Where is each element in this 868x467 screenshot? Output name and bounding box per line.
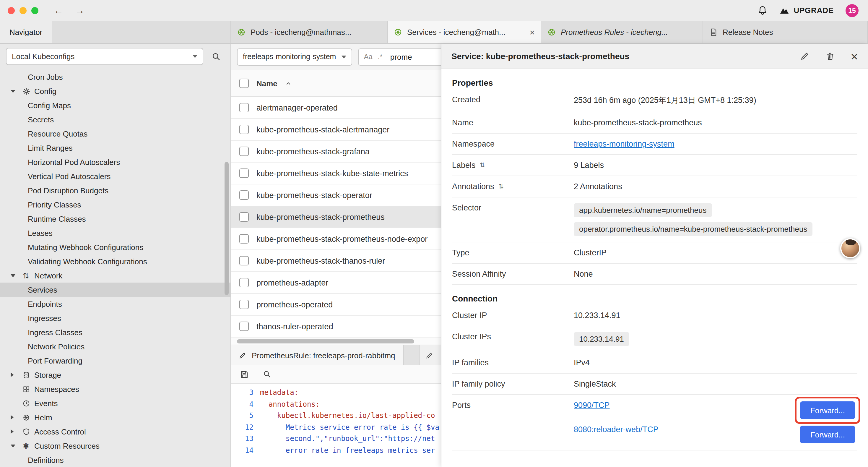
avatar[interactable] <box>840 238 860 258</box>
sidebar-item-access-control[interactable]: Access Control <box>0 425 230 439</box>
table-row[interactable]: thanos-ruler-operated <box>231 316 441 338</box>
sidebar-item-network[interactable]: ⇅ Network <box>0 268 230 283</box>
trash-icon[interactable] <box>825 52 835 61</box>
yaml-editor[interactable]: 3metadata: 4 annotations: 5 kubectl.kube… <box>231 384 441 467</box>
chevron-up-icon[interactable] <box>285 80 292 87</box>
forward-button[interactable]: Forward... <box>800 426 855 443</box>
sidebar-item-runtime-classes[interactable]: Runtime Classes <box>0 212 230 226</box>
table-header: Name <box>231 70 441 97</box>
upgrade-button[interactable]: UPGRADE <box>779 5 834 16</box>
tab-bar: Navigator Pods - icecheng@mathmas... Ser… <box>0 21 868 44</box>
sidebar-scrollbar[interactable] <box>224 162 229 295</box>
sidebar-item-leases[interactable]: Leases <box>0 226 230 240</box>
sidebar-item-resource-quotas[interactable]: Resource Quotas <box>0 126 230 141</box>
sidebar-item-horizontal-pod-autoscalers[interactable]: Horizontal Pod Autoscalers <box>0 155 230 169</box>
sidebar-item-secrets[interactable]: Secrets <box>0 112 230 126</box>
table-row-selected[interactable]: kube-prometheus-stack-prometheus <box>231 206 441 228</box>
namespace-link[interactable]: freeleaps-monitoring-system <box>574 140 675 148</box>
sidebar-item-vertical-pod-autoscalers[interactable]: Vertical Pod Autoscalers <box>0 169 230 183</box>
sidebar-item-endpoints[interactable]: Endpoints <box>0 297 230 311</box>
sidebar-item-mutating-webhook-configurations[interactable]: Mutating Webhook Configurations <box>0 240 230 254</box>
sidebar-item-priority-classes[interactable]: Priority Classes <box>0 198 230 212</box>
sidebar-item-events[interactable]: Events <box>0 396 230 410</box>
tab-release-notes[interactable]: Release Notes <box>703 21 868 43</box>
search-icon[interactable] <box>208 52 224 61</box>
sidebar-item-custom-resources[interactable]: ✱ Custom Resources <box>0 439 230 453</box>
sidebar-item-definitions[interactable]: Definitions <box>0 453 230 467</box>
pencil-icon[interactable] <box>800 52 809 61</box>
close-icon[interactable]: × <box>850 50 858 62</box>
table-row[interactable]: kube-prometheus-stack-operator <box>231 184 441 206</box>
maximize-window-button[interactable] <box>31 7 38 14</box>
sidebar-item-validating-webhook-configurations[interactable]: Validating Webhook Configurations <box>0 254 230 268</box>
back-arrow-icon[interactable]: ← <box>54 6 63 15</box>
select-all-checkbox[interactable] <box>239 79 249 88</box>
notification-badge[interactable]: 15 <box>845 4 859 17</box>
table-row[interactable]: kube-prometheus-stack-kube-state-metrics <box>231 163 441 184</box>
row-checkbox[interactable] <box>239 169 249 178</box>
kubernetes-wheel-icon <box>547 28 556 37</box>
expand-toggle-icon[interactable]: ⇅ <box>480 162 485 169</box>
row-checkbox[interactable] <box>239 256 249 265</box>
search-input[interactable]: Aa .* prome <box>358 48 441 65</box>
sidebar-item-namespaces[interactable]: Namespaces <box>0 382 230 396</box>
row-checkbox[interactable] <box>239 278 249 287</box>
row-checkbox[interactable] <box>239 125 249 134</box>
tab-pods[interactable]: Pods - icecheng@mathmas... <box>231 21 388 43</box>
match-case-toggle[interactable]: Aa <box>364 53 372 61</box>
scrollbar-thumb[interactable] <box>237 339 414 343</box>
table-row[interactable]: kube-prometheus-stack-thanos-ruler <box>231 250 441 272</box>
table-row[interactable]: prometheus-operated <box>231 294 441 316</box>
magnifier-icon[interactable] <box>263 370 271 378</box>
sidebar-item-ingress-classes[interactable]: Ingress Classes <box>0 325 230 339</box>
sidebar-item-helm[interactable]: Helm <box>0 410 230 425</box>
row-checkbox[interactable] <box>239 322 249 331</box>
forward-arrow-icon[interactable]: → <box>75 6 85 15</box>
mountains-icon <box>779 5 789 16</box>
database-icon <box>20 371 32 379</box>
forward-button[interactable]: Forward... <box>800 401 855 419</box>
row-checkbox[interactable] <box>239 300 249 309</box>
property-row-selector: Selector app.kubernetes.io/name=promethe… <box>452 198 857 242</box>
sidebar-item-pod-disruption-budgets[interactable]: Pod Disruption Budgets <box>0 183 230 198</box>
dock-tab-prometheusrule[interactable]: PrometheusRule: freeleaps-prod-rabbitmq <box>231 345 404 365</box>
row-checkbox[interactable] <box>239 147 249 156</box>
sidebar-item-config[interactable]: Config <box>0 84 230 98</box>
port-link[interactable]: 8080:reloader-web/TCP <box>574 425 658 434</box>
table-row[interactable]: kube-prometheus-stack-grafana <box>231 141 441 163</box>
sidebar-item-storage[interactable]: Storage <box>0 368 230 382</box>
table-row[interactable]: prometheus-adapter <box>231 272 441 294</box>
tab-prometheus-rules[interactable]: Prometheus Rules - icecheng... <box>541 21 703 43</box>
bell-icon[interactable] <box>757 5 768 16</box>
sidebar-item-limit-ranges[interactable]: Limit Ranges <box>0 141 230 155</box>
close-window-button[interactable] <box>8 7 15 14</box>
sidebar-item-cron-jobs[interactable]: Cron Jobs <box>0 70 230 84</box>
table-row[interactable]: kube-prometheus-stack-alertmanager <box>231 119 441 141</box>
table-row[interactable]: alertmanager-operated <box>231 97 441 119</box>
navigator-sidebar: Local Kubeconfigs Cron Jobs Config Confi… <box>0 44 231 467</box>
row-checkbox[interactable] <box>239 103 249 112</box>
dock-tab-bar: PrometheusRule: freeleaps-prod-rabbitmq <box>231 345 441 365</box>
table-row[interactable]: kube-prometheus-stack-prometheus-node-ex… <box>231 228 441 250</box>
namespace-select[interactable]: freeleaps-monitoring-system <box>237 48 352 65</box>
expand-toggle-icon[interactable]: ⇅ <box>498 183 504 191</box>
row-checkbox[interactable] <box>239 212 249 222</box>
sidebar-item-network-policies[interactable]: Network Policies <box>0 339 230 353</box>
port-link[interactable]: 9090/TCP <box>574 401 610 410</box>
kubeconfig-select[interactable]: Local Kubeconfigs <box>6 48 203 65</box>
row-checkbox[interactable] <box>239 234 249 243</box>
sidebar-item-ingresses[interactable]: Ingresses <box>0 311 230 325</box>
row-checkbox[interactable] <box>239 191 249 200</box>
floppy-disk-icon[interactable] <box>240 370 249 379</box>
horizontal-scrollbar[interactable] <box>231 338 441 345</box>
column-name[interactable]: Name <box>256 79 277 88</box>
tab-services[interactable]: Services - icecheng@math... × <box>388 21 541 43</box>
services-list-panel: freeleaps-monitoring-system Aa .* prome … <box>231 44 441 467</box>
sidebar-item-services[interactable]: Services <box>0 283 230 297</box>
regex-toggle[interactable]: .* <box>378 53 382 61</box>
sidebar-item-port-forwarding[interactable]: Port Forwarding <box>0 353 230 368</box>
sidebar-item-config-maps[interactable]: Config Maps <box>0 98 230 112</box>
minimize-window-button[interactable] <box>20 7 27 14</box>
close-tab-icon[interactable]: × <box>525 27 535 37</box>
dock-tab-partial[interactable] <box>420 345 441 365</box>
